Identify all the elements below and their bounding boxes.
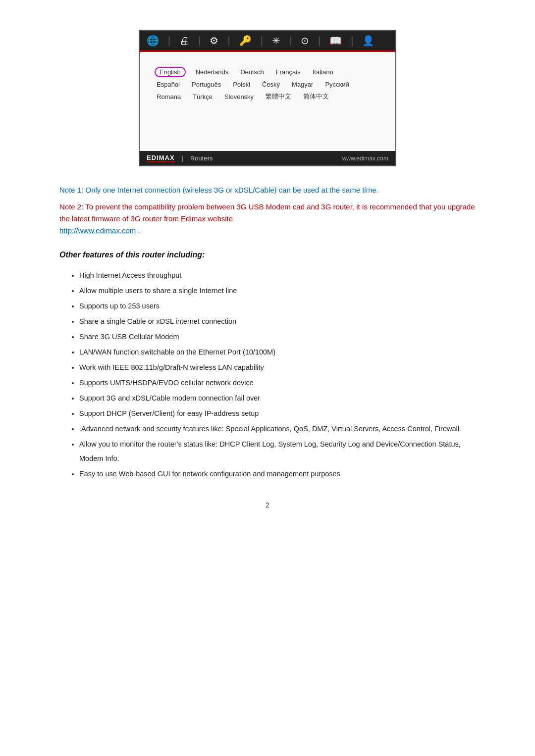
lang-francais[interactable]: Français (274, 68, 303, 76)
router-ui-panel: 🌐 | 🖨 | ⚙ | 🔑 | ✳ | ⊙ | 📖 | 👤 English Ne… (139, 30, 396, 166)
sep3: | (227, 35, 230, 47)
sep2: | (198, 35, 201, 47)
list-item: Allow you to monitor the router's status… (79, 437, 476, 466)
asterisk-icon[interactable]: ✳ (270, 34, 282, 48)
lang-italiano[interactable]: Italiano (311, 68, 335, 76)
list-item: Supports UMTS/HSDPA/EVDO cellular networ… (79, 376, 476, 390)
router-footer: EDIMAX | Routers www.edimax.com (140, 151, 395, 165)
lang-english[interactable]: English (155, 67, 186, 77)
language-row-1: English Nederlands Deutsch Français Ital… (155, 67, 380, 77)
language-row-3: Romana Türkçe Slovensky 繁體中文 简体中文 (155, 92, 380, 101)
sep5: | (289, 35, 292, 47)
lang-simplified-chinese[interactable]: 简体中文 (301, 92, 331, 101)
sep7: | (351, 35, 353, 47)
list-item: Support DHCP (Server/Client) for easy IP… (79, 406, 476, 421)
globe-icon[interactable]: 🌐 (145, 34, 161, 48)
note-2: Note 2: To prevent the compatibility pro… (59, 201, 476, 237)
list-item: LAN/WAN function switchable on the Ether… (79, 345, 476, 359)
lang-romana[interactable]: Romana (155, 93, 183, 101)
language-row-2: Español Português Polski Český Magyar Ру… (155, 80, 380, 89)
lang-polski[interactable]: Polski (231, 80, 252, 89)
list-item: Work with IEEE 802.11b/g/Draft-N wireles… (79, 360, 476, 375)
lang-cesky[interactable]: Český (260, 80, 282, 89)
list-item: Supports up to 253 users (79, 299, 476, 313)
lang-turkce[interactable]: Türkçe (191, 93, 214, 101)
list-item: Support 3G and xDSL/Cable modem connecti… (79, 391, 476, 405)
features-heading: Other features of this router including: (59, 251, 476, 259)
features-section: Other features of this router including:… (59, 251, 476, 481)
note-2-link[interactable]: http://www.edimax.com (59, 226, 136, 235)
lang-deutsch[interactable]: Deutsch (238, 68, 266, 76)
print-icon[interactable]: 🖨 (177, 34, 191, 48)
footer-routers-label: Routers (190, 154, 213, 162)
lang-portugues[interactable]: Português (190, 80, 223, 89)
edimax-logo: EDIMAX | Routers (147, 154, 213, 162)
router-toolbar: 🌐 | 🖨 | ⚙ | 🔑 | ✳ | ⊙ | 📖 | 👤 (140, 31, 395, 52)
footer-url: www.edimax.com (342, 155, 388, 162)
page-number: 2 (59, 501, 476, 509)
note-2-text: Note 2: To prevent the compatibility pro… (59, 202, 475, 223)
list-item: High Internet Access throughput (79, 268, 476, 283)
features-list: High Internet Access throughput Allow mu… (59, 268, 476, 481)
notes-section: Note 1: Only one Internet connection (wi… (59, 184, 476, 237)
sep4: | (261, 35, 263, 47)
footer-pipe: | (182, 154, 183, 162)
settings-icon[interactable]: ⚙ (208, 34, 220, 48)
person-icon[interactable]: 👤 (360, 34, 376, 48)
list-item: Share 3G USB Cellular Modem (79, 330, 476, 344)
lang-espanol[interactable]: Español (155, 80, 182, 89)
language-selector-panel: English Nederlands Deutsch Français Ital… (140, 52, 395, 151)
circle-icon[interactable]: ⊙ (299, 34, 311, 48)
lang-magyar[interactable]: Magyar (290, 80, 315, 89)
list-item: Share a single Cable or xDSL internet co… (79, 314, 476, 329)
note-1: Note 1: Only one Internet connection (wi… (59, 184, 476, 196)
key-icon[interactable]: 🔑 (237, 34, 254, 48)
list-item: Easy to use Web-based GUI for network co… (79, 467, 476, 481)
list-item: Allow multiple users to share a single I… (79, 284, 476, 298)
edimax-brand-text: EDIMAX (147, 154, 175, 162)
sep6: | (318, 35, 321, 47)
note-2-end: . (138, 226, 140, 235)
lang-nederlands[interactable]: Nederlands (194, 68, 231, 76)
sep1: | (168, 35, 170, 47)
list-item: .Advanced network and security features … (79, 422, 476, 436)
book-icon[interactable]: 📖 (327, 34, 344, 48)
lang-slovensky[interactable]: Slovensky (222, 93, 256, 101)
lang-russian[interactable]: Русский (323, 80, 351, 89)
lang-traditional-chinese[interactable]: 繁體中文 (264, 92, 293, 101)
